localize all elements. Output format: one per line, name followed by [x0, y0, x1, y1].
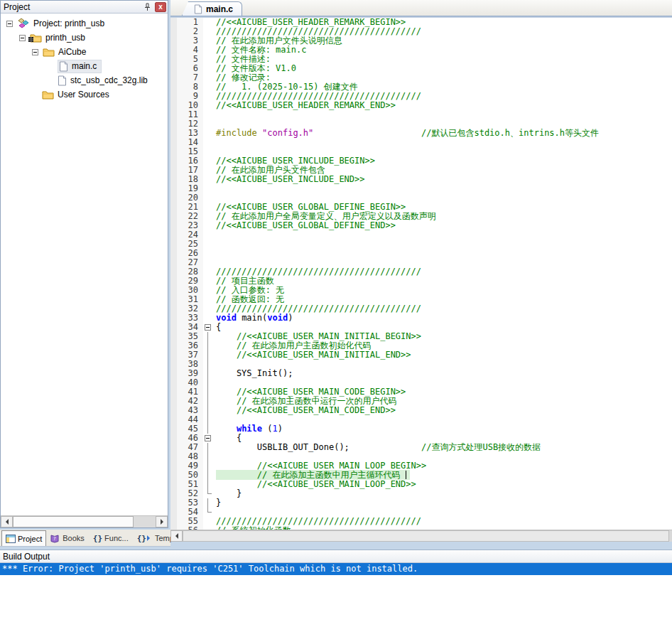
- code-line[interactable]: 52 }: [170, 489, 672, 498]
- target-badge-icon: [28, 34, 33, 44]
- code-line[interactable]: 43 //<<AICUBE_USER_MAIN_CODE_END>>: [170, 406, 672, 415]
- code-line[interactable]: 53}: [170, 498, 672, 508]
- tree-item-printh-usb[interactable]: printh_usb: [1, 31, 168, 45]
- tab-label: Func...: [104, 534, 129, 542]
- code-line[interactable]: 23//<<AICUBE_USER_GLOBAL_DEFINE_END>>: [170, 221, 672, 230]
- code-line[interactable]: 45 while (1): [170, 424, 672, 434]
- editor-tab-bar: main.c: [170, 0, 672, 16]
- scroll-left-button[interactable]: [1, 516, 13, 527]
- code-line[interactable]: 39 SYS_Init();: [170, 369, 672, 378]
- tab-books[interactable]: ? Books: [46, 530, 88, 546]
- code-line[interactable]: 13#include "config.h" //默认已包含stdio.h、int…: [170, 129, 672, 138]
- build-output-body[interactable]: *** Error: Project 'printh_usb' requires…: [0, 563, 672, 627]
- code-line[interactable]: 26: [170, 249, 672, 258]
- fold-margin: [203, 378, 212, 387]
- fold-margin: [203, 424, 212, 434]
- tab-functions[interactable]: {} Func...: [90, 530, 132, 546]
- line-number: 49: [170, 461, 203, 471]
- build-output-panel: Build Output *** Error: Project 'printh_…: [0, 550, 672, 627]
- line-number: 52: [170, 489, 203, 498]
- close-icon[interactable]: x: [155, 2, 166, 12]
- editor-tab-label: main.c: [206, 4, 233, 14]
- fold-collapse-icon[interactable]: [205, 435, 211, 441]
- pin-icon[interactable]: [141, 1, 153, 12]
- fold-margin: [203, 517, 212, 526]
- code-text: [212, 230, 216, 240]
- code-line[interactable]: 14: [170, 138, 672, 147]
- code-line[interactable]: 18//<<AICUBE_USER_INCLUDE_END>>: [170, 175, 672, 184]
- tree-item-project-root[interactable]: Project: printh_usb: [1, 16, 168, 31]
- fold-margin: [203, 489, 212, 498]
- fold-margin: [203, 498, 212, 508]
- folder-icon: [43, 48, 55, 57]
- line-number: 18: [170, 175, 203, 184]
- code-text: // 系统初始化函数: [212, 526, 291, 530]
- tree-item-user-sources[interactable]: User Sources: [1, 87, 168, 102]
- fold-margin: [203, 119, 212, 129]
- fold-margin: [203, 526, 212, 530]
- line-number: 21: [170, 203, 203, 212]
- code-line[interactable]: 47 USBLIB_OUT_Done(); //查询方式处理USB接收的数据: [170, 443, 672, 452]
- line-number: 25: [170, 240, 203, 249]
- line-number: 20: [170, 193, 203, 203]
- code-line[interactable]: 51 //<<AICUBE_USER_MAIN_LOOP_END>>: [170, 480, 672, 489]
- fold-margin: [203, 304, 212, 314]
- tree-item-label: printh_usb: [45, 33, 85, 43]
- line-number: 47: [170, 443, 203, 452]
- build-output-header: Build Output: [0, 550, 672, 563]
- code-line[interactable]: 37 //<<AICUBE_USER_MAIN_INITIAL_END>>: [170, 350, 672, 360]
- tree-item-label: AiCube: [58, 47, 86, 57]
- tree-item-stc-lib[interactable]: stc_usb_cdc_32g.lib: [1, 73, 168, 87]
- line-number: 7: [170, 73, 203, 82]
- svg-text:?: ?: [53, 536, 56, 542]
- code-line[interactable]: 11: [170, 110, 672, 119]
- fold-margin[interactable]: [203, 323, 212, 332]
- fold-margin: [203, 166, 212, 175]
- tree-item-main-c[interactable]: main.c: [1, 59, 168, 73]
- line-number: 39: [170, 369, 203, 378]
- line-number: 13: [170, 129, 203, 138]
- code-line[interactable]: 33void main(void): [170, 314, 672, 323]
- line-number: 27: [170, 258, 203, 267]
- project-tree: Project: printh_usb printh_usb AiCube: [1, 14, 168, 515]
- scrollbar-thumb[interactable]: [183, 530, 669, 542]
- fold-margin: [203, 397, 212, 406]
- tab-main-c[interactable]: main.c: [182, 1, 242, 16]
- build-error-line[interactable]: *** Error: Project 'printh_usb' requires…: [0, 563, 672, 575]
- line-number: 22: [170, 212, 203, 221]
- code-line[interactable]: 25: [170, 240, 672, 249]
- line-number: 48: [170, 452, 203, 461]
- code-line[interactable]: 24: [170, 230, 672, 240]
- scroll-right-button[interactable]: [156, 516, 168, 527]
- sidebar-hscrollbar[interactable]: [1, 515, 168, 527]
- editor-hscrollbar[interactable]: [170, 530, 672, 542]
- collapse-icon[interactable]: [19, 35, 26, 41]
- scroll-left-button[interactable]: [170, 530, 183, 542]
- fold-margin: [203, 350, 212, 360]
- fold-margin: [203, 295, 212, 304]
- fold-margin: [203, 193, 212, 203]
- scrollbar-thumb[interactable]: [13, 516, 134, 527]
- scrollbar-track[interactable]: [134, 516, 156, 527]
- line-number: 3: [170, 36, 203, 45]
- collapse-icon[interactable]: [32, 49, 38, 55]
- line-number: 38: [170, 360, 203, 369]
- fold-margin: [203, 101, 212, 110]
- line-number: 10: [170, 101, 203, 110]
- collapse-icon[interactable]: [6, 21, 13, 27]
- tab-project[interactable]: Project: [1, 530, 46, 546]
- fold-margin: [203, 221, 212, 230]
- file-icon: [59, 61, 68, 72]
- code-line[interactable]: 10//<<AICUBE_USER_HEADER_REMARK_END>>: [170, 101, 672, 110]
- tree-item-aicube[interactable]: AiCube: [1, 45, 168, 59]
- code-line[interactable]: 56// 系统初始化函数: [170, 526, 672, 530]
- line-number: 32: [170, 304, 203, 314]
- code-line[interactable]: 19: [170, 184, 672, 193]
- line-number: 43: [170, 406, 203, 415]
- fold-margin: [203, 277, 212, 286]
- code-editor[interactable]: 1//<<AICUBE_USER_HEADER_REMARK_BEGIN>>2/…: [170, 18, 672, 530]
- fold-margin[interactable]: [203, 434, 212, 443]
- line-number: 51: [170, 480, 203, 489]
- fold-margin: [203, 508, 212, 517]
- fold-collapse-icon[interactable]: [205, 324, 211, 331]
